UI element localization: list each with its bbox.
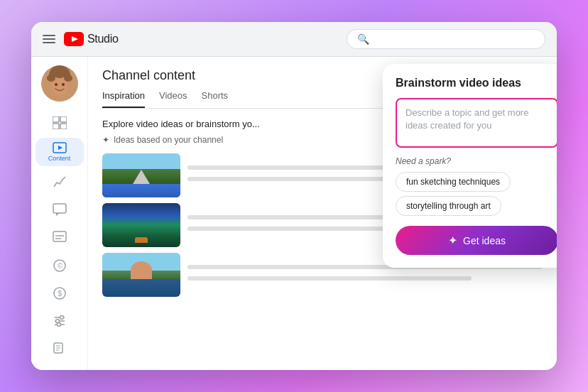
video-thumbnail-2[interactable] xyxy=(102,203,180,247)
svg-rect-11 xyxy=(60,116,67,122)
sidebar-item-analytics[interactable] xyxy=(45,169,74,194)
comments-icon xyxy=(53,203,67,216)
sparkle-icon: ✦ xyxy=(448,234,457,247)
subtitles-icon xyxy=(53,231,67,244)
svg-point-26 xyxy=(60,316,63,320)
skeleton-subtitle xyxy=(187,276,472,281)
get-ideas-label: Get ideas xyxy=(463,235,506,246)
monetization-icon: $ xyxy=(53,287,67,300)
sidebar-item-customization[interactable] xyxy=(45,309,74,334)
copyright-icon: © xyxy=(53,259,67,272)
star-icon: ✦ xyxy=(102,135,109,145)
svg-rect-12 xyxy=(53,124,59,129)
brainstorm-title: Brainstorm video ideas xyxy=(396,77,557,89)
idea-textarea-wrapper[interactable]: Describe a topic and get more ideas crea… xyxy=(396,98,557,148)
analytics-icon xyxy=(53,175,67,188)
customization-icon xyxy=(53,315,67,327)
svg-text:$: $ xyxy=(58,290,62,298)
svg-point-5 xyxy=(55,83,58,86)
hamburger-icon[interactable] xyxy=(43,35,55,43)
svg-marker-15 xyxy=(58,146,62,150)
browser-chrome: Studio 🔍 xyxy=(31,22,557,57)
need-spark-label: Need a spark? xyxy=(396,156,557,166)
svg-point-25 xyxy=(55,320,59,323)
ideas-badge-text: Ideas based on your channel xyxy=(114,135,223,145)
svg-text:©: © xyxy=(58,262,63,270)
content-area: Channel content Inspiration Videos Short… xyxy=(88,57,557,370)
sidebar-item-copyright[interactable]: © xyxy=(45,253,74,278)
sidebar-item-monetization[interactable]: $ xyxy=(45,281,74,305)
svg-point-27 xyxy=(57,323,60,327)
tab-inspiration[interactable]: Inspiration xyxy=(102,90,145,108)
sidebar-item-dashboard[interactable] xyxy=(45,110,74,135)
avatar-image xyxy=(41,65,78,102)
sidebar-item-comments[interactable] xyxy=(45,197,74,222)
avatar[interactable] xyxy=(41,65,78,102)
studio-label: Studio xyxy=(87,33,119,45)
svg-point-9 xyxy=(53,67,67,78)
sidebar: Content xyxy=(31,57,88,370)
browser-window: Studio 🔍 xyxy=(31,22,557,370)
sidebar-item-audio[interactable] xyxy=(45,337,74,361)
video-thumbnail-3[interactable] xyxy=(102,253,180,297)
youtube-icon xyxy=(64,32,84,46)
sidebar-item-subtitles[interactable] xyxy=(45,225,74,250)
video-thumbnail-1[interactable] xyxy=(102,153,180,197)
yt-logo: Studio xyxy=(64,32,119,46)
search-bar[interactable]: 🔍 xyxy=(347,29,545,49)
tab-videos[interactable]: Videos xyxy=(159,90,187,108)
tab-shorts[interactable]: Shorts xyxy=(202,90,229,108)
svg-rect-10 xyxy=(53,116,59,122)
search-icon: 🔍 xyxy=(357,33,369,45)
brainstorm-panel: Brainstorm video ideas Describe a topic … xyxy=(383,64,557,268)
idea-textarea-placeholder: Describe a topic and get more ideas crea… xyxy=(405,107,548,132)
svg-rect-16 xyxy=(53,204,66,213)
svg-rect-18 xyxy=(53,232,66,241)
sidebar-item-content-label: Content xyxy=(48,155,71,162)
get-ideas-button[interactable]: ✦ Get ideas xyxy=(396,226,557,255)
skeleton-subtitle xyxy=(187,227,389,231)
sidebar-item-content[interactable]: Content xyxy=(36,138,84,166)
main-layout: Content xyxy=(31,57,557,370)
chip-storytelling[interactable]: storytelling through art xyxy=(396,196,501,216)
suggestion-chips: fun sketching techniques storytelling th… xyxy=(396,172,557,216)
dashboard-icon xyxy=(53,116,67,129)
video-info-3 xyxy=(187,265,543,285)
content-icon xyxy=(53,142,67,153)
svg-point-6 xyxy=(62,83,65,86)
chip-sketching[interactable]: fun sketching techniques xyxy=(396,172,511,192)
audio-icon xyxy=(53,342,67,355)
svg-rect-13 xyxy=(60,124,67,129)
